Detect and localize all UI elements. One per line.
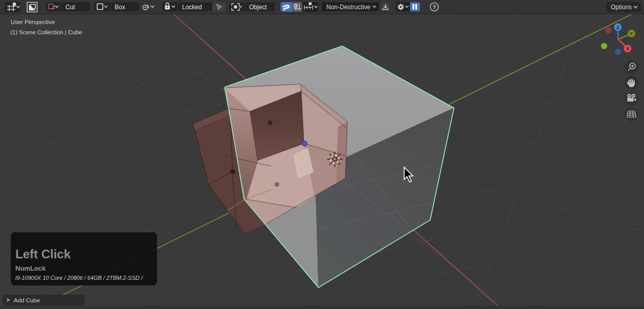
svg-text:Non-Destructive: Non-Destructive — [326, 4, 370, 11]
svg-text:i9-10900X 10 Core / 2080ti / 6: i9-10900X 10 Core / 2080ti / 64GB / 2TBM… — [15, 275, 143, 281]
svg-text:Object: Object — [249, 4, 267, 11]
svg-text:(1) Scene Collection | Cube: (1) Scene Collection | Cube — [10, 29, 82, 35]
svg-text:Cut: Cut — [65, 4, 75, 11]
svg-text:Y: Y — [630, 31, 633, 36]
svg-text:Locked: Locked — [182, 4, 202, 11]
svg-text:Left Click: Left Click — [15, 247, 71, 261]
svg-text:Box: Box — [115, 4, 125, 11]
svg-text:Add Cube: Add Cube — [14, 297, 40, 303]
svg-text:Z: Z — [616, 25, 619, 30]
svg-text:X: X — [626, 46, 630, 51]
svg-text:NumLock: NumLock — [15, 264, 46, 272]
svg-text:User Perspective: User Perspective — [11, 19, 55, 25]
svg-text:Options: Options — [611, 4, 632, 11]
svg-text:?: ? — [433, 4, 436, 10]
